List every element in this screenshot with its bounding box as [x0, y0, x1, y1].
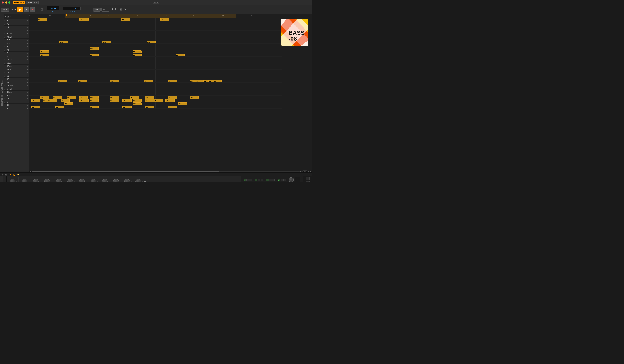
track-item[interactable]: 1 MA ◀	[4, 81, 29, 84]
track-item[interactable]: 1 RS Acc ◀	[4, 42, 29, 45]
mct-plus[interactable]: +	[62, 181, 64, 182]
pattern-block[interactable]: D1	[90, 99, 99, 102]
play-label[interactable]: PLAY	[10, 8, 17, 11]
hct-knob[interactable]	[67, 179, 73, 182]
close-button[interactable]	[2, 1, 4, 4]
pattern-block[interactable]: D1	[60, 99, 70, 102]
pattern-block[interactable]: D#1	[67, 96, 76, 99]
grid-row[interactable]: F2F2	[29, 50, 282, 53]
track-item[interactable]: 1 CY Acc ◀	[4, 58, 29, 61]
ma-acc-s[interactable]: S	[246, 179, 249, 181]
pattern-block[interactable]: C1	[31, 106, 40, 109]
acc-vol-minus[interactable]: -	[7, 181, 9, 182]
pattern-block[interactable]: E1	[79, 96, 88, 99]
grid-row[interactable]: D3D3D3D3	[29, 18, 282, 21]
grid-row[interactable]	[29, 31, 282, 34]
grid-row[interactable]: D1D1D1D1D1D1D1D1D1D1D1D1	[29, 99, 282, 102]
pattern-block[interactable]: D1	[110, 99, 119, 102]
oh-minus[interactable]: -	[122, 181, 124, 182]
clrs-minus[interactable]: -	[77, 181, 79, 182]
ma-acc-play[interactable]: ▶	[243, 179, 246, 181]
save-toolbar-button[interactable]: ⊟	[119, 7, 123, 12]
scroll-down-arrow[interactable]: ▼	[310, 171, 311, 172]
track-item[interactable]: 1 OH ◀	[4, 97, 29, 100]
macp-minus[interactable]: -	[88, 181, 90, 182]
master-knob[interactable]	[289, 177, 294, 182]
cb-knob[interactable]	[102, 179, 108, 182]
pattern-block[interactable]: E2	[90, 54, 99, 56]
master-s-btn[interactable]: S	[306, 177, 310, 180]
ch-plus[interactable]: +	[141, 181, 144, 182]
grid-row[interactable]	[29, 76, 282, 79]
bd-level-knob[interactable]	[22, 179, 27, 182]
undo-button[interactable]: ↺	[110, 7, 114, 12]
cy-minus[interactable]: -	[111, 181, 113, 182]
scroll-thumb[interactable]	[32, 171, 219, 172]
lct-plus[interactable]: +	[50, 181, 52, 182]
acc-vol-plus[interactable]: +	[16, 181, 18, 182]
pattern-block[interactable]: E2	[176, 54, 185, 56]
pattern-block[interactable]: D1	[133, 99, 142, 102]
track-item[interactable]: 1 CP ◀	[4, 78, 29, 81]
maximize-button[interactable]	[8, 1, 10, 4]
pattern-block[interactable]: D3	[79, 18, 88, 21]
grid-row[interactable]	[29, 86, 282, 89]
pattern-block[interactable]: C#1	[133, 102, 142, 105]
grid-row[interactable]: C1C1C1C1C1C1	[29, 105, 282, 109]
track-item[interactable]: 1 CP Acc ◀	[4, 65, 29, 68]
scroll-left-arrow[interactable]: ◀	[30, 171, 31, 172]
cp-acc-m[interactable]: M	[261, 179, 263, 181]
grid-row[interactable]	[29, 21, 282, 24]
grid-row[interactable]	[29, 83, 282, 86]
grid-row[interactable]: D#1D#1D#1D#1D#1D#1D#1D#1D#1E1	[29, 96, 282, 99]
pattern-block[interactable]: C1	[145, 106, 154, 109]
cb-plus[interactable]: +	[108, 181, 110, 182]
track-item[interactable]: 1 CH ◀	[4, 100, 29, 104]
hct-plus[interactable]: +	[73, 181, 76, 182]
cb-acc-m[interactable]: M	[272, 179, 275, 181]
pattern-block[interactable]: E2	[133, 54, 142, 56]
track-item[interactable]: 1 CY ◀	[4, 71, 29, 74]
stop-button[interactable]: ■	[24, 7, 29, 12]
cp-acc-s[interactable]: S	[258, 179, 260, 181]
pattern-block[interactable]: D1	[145, 99, 154, 102]
pattern-block[interactable]: D#1	[90, 96, 99, 99]
track-item[interactable]: 1 LC ◀	[4, 26, 29, 29]
acc-vol-knob[interactable]	[10, 179, 15, 182]
grid-row[interactable]	[29, 24, 282, 27]
track-item[interactable]: 1 CB ◀	[4, 74, 29, 78]
file-button[interactable]: FILE	[1, 8, 9, 12]
grid-row[interactable]: F#2	[29, 47, 282, 50]
track-item[interactable]: 1 BD Acc ◀	[4, 94, 29, 97]
minimize-button[interactable]	[5, 1, 7, 4]
cy-plus[interactable]: +	[119, 181, 121, 182]
pattern-block[interactable]: D1	[123, 99, 131, 102]
sd-level-plus[interactable]: +	[39, 181, 41, 182]
cursor-icon[interactable]: ↖	[10, 15, 11, 18]
bpm-display[interactable]: 125.00	[47, 6, 59, 10]
track-item[interactable]: 1 MC ◀	[4, 22, 29, 26]
grid-row[interactable]: C#1C#1C#1	[29, 102, 282, 105]
folder-icon[interactable]: 📁	[17, 174, 19, 175]
pattern-block[interactable]: G#2	[147, 41, 156, 44]
track-item[interactable]: 1 OH Acc ◀	[4, 84, 29, 87]
pattern-block[interactable]: D3	[121, 18, 130, 21]
metronome-button[interactable]: ♩	[84, 7, 86, 12]
grid-row[interactable]	[29, 89, 282, 92]
mct-minus[interactable]: -	[53, 181, 56, 182]
pattern-block[interactable]: C1	[123, 106, 131, 109]
pattern-block[interactable]: C#1	[178, 102, 187, 105]
lct-knob[interactable]	[44, 179, 50, 182]
track-item[interactable]: 1 LT ◀	[4, 52, 29, 55]
sd-level-minus[interactable]: -	[30, 181, 33, 182]
arrange-area[interactable]: 1.11.21.31.42.12.22.32.43.13.2 D3D3D3D3G…	[29, 14, 312, 172]
grid-row[interactable]	[29, 70, 282, 73]
grid-view-icon[interactable]: ⊞	[7, 15, 9, 18]
pattern-block[interactable]: E2	[40, 54, 49, 56]
scroll-right-arrow[interactable]: ▶	[300, 171, 302, 172]
grid-row[interactable]: G#2G#2G#2	[29, 40, 282, 44]
cp-acc-play[interactable]: ▶	[255, 179, 258, 181]
pattern-block[interactable]: D1	[48, 99, 57, 102]
pattern-block[interactable]: G1	[196, 80, 204, 83]
pattern-block[interactable]: D#1	[145, 96, 154, 99]
